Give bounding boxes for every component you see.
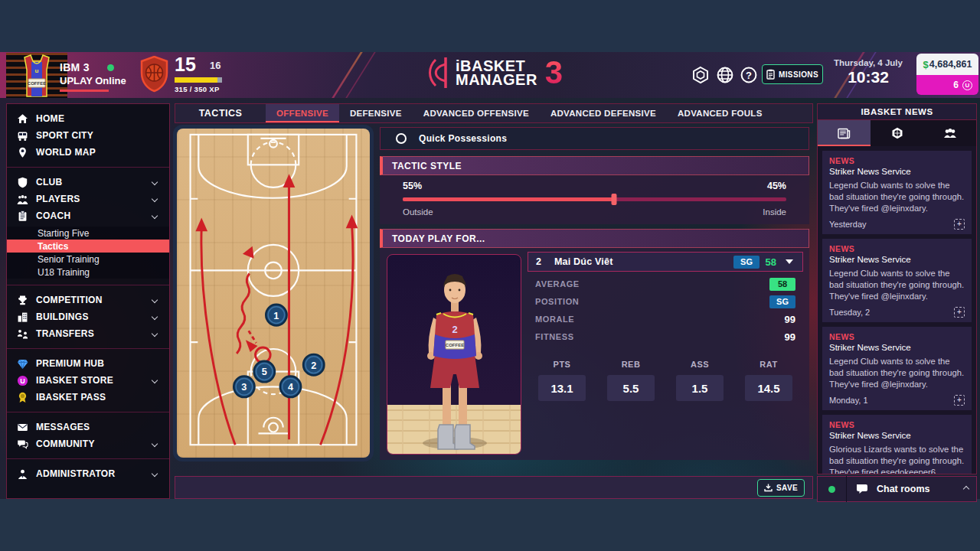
sidebar-item-sport-city[interactable]: SPORT CITY — [7, 127, 169, 144]
chevron-down-icon — [152, 471, 158, 477]
date-label: Thursday, 4 July — [825, 58, 911, 67]
tactic-style-slider[interactable] — [403, 197, 786, 201]
sidebar-nav: HOME SPORT CITY WORLD MAP CLUB PLAYERS — [6, 103, 170, 499]
home-icon — [17, 113, 28, 125]
news-source: Striker News Service — [829, 167, 965, 176]
player-chip-3[interactable]: 3 — [234, 376, 254, 397]
slider-handle[interactable] — [611, 194, 616, 205]
player-chip-1[interactable]: 1 — [266, 305, 286, 326]
tab-offensive[interactable]: OFFENSIVE — [266, 104, 339, 122]
news-tab-community[interactable] — [923, 120, 976, 146]
news-tab-club[interactable] — [871, 120, 923, 146]
news-item[interactable]: NEWS Striker News Service Legend Club wa… — [822, 151, 972, 234]
radio-unchecked-icon[interactable] — [396, 133, 407, 144]
tab-advanced-fouls[interactable]: ADVANCED FOULS — [667, 104, 773, 122]
tab-advanced-offensive[interactable]: ADVANCED OFFENSIVE — [413, 104, 540, 122]
sidebar-item-ibasket-store[interactable]: U IBASKET STORE — [7, 372, 169, 389]
sidebar-item-label: PLAYERS — [36, 194, 80, 204]
chevron-down-icon — [786, 259, 793, 264]
bus-icon — [17, 130, 28, 142]
jersey-icon: u COFFEE — [15, 54, 58, 98]
expand-news-icon[interactable] — [954, 307, 965, 318]
help-icon[interactable]: ? — [740, 66, 758, 84]
player-select-dropdown[interactable]: 2 Mai Dúc Viêt SG 58 — [528, 252, 803, 272]
globe-icon[interactable] — [716, 66, 734, 84]
sidebar-item-u18-training[interactable]: U18 Training — [7, 266, 169, 279]
club-jersey-avatar[interactable]: u COFFEE — [6, 53, 67, 98]
news-tab-news[interactable] — [818, 120, 871, 146]
outside-percent: 55% — [403, 181, 422, 191]
missions-clipboard-icon — [766, 69, 775, 80]
news-source: Striker News Service — [829, 343, 965, 352]
expand-news-icon[interactable] — [954, 395, 965, 406]
average-badge: 58 — [769, 278, 795, 291]
chevron-down-icon — [152, 314, 158, 320]
sidebar-item-starting-five[interactable]: Starting Five — [7, 227, 169, 240]
tab-advanced-defensive[interactable]: ADVANCED DEFENSIVE — [540, 104, 667, 122]
shield-icon — [17, 177, 28, 188]
missions-button[interactable]: MISSIONS — [762, 64, 823, 84]
slider-fill — [403, 197, 614, 201]
chevron-down-icon — [152, 179, 158, 185]
today-play-header: TODAY PLAY FOR... — [380, 229, 809, 248]
level-shield-icon — [140, 56, 168, 93]
svg-text:u: u — [35, 67, 39, 74]
player-avatar: 2 COFFEE — [387, 255, 521, 455]
basketball-court[interactable]: 1 2 5 3 — [177, 129, 370, 458]
news-date: Yesterday — [829, 220, 867, 229]
sidebar-item-label: WORLD MAP — [36, 147, 96, 158]
currency-widget[interactable]: $ 4,684,861 6 U — [916, 54, 978, 95]
sidebar-item-community[interactable]: COMMUNITY — [7, 435, 169, 452]
news-item[interactable]: NEWS Striker News Service Glorious Lizar… — [822, 415, 972, 474]
player-chip-2[interactable]: 2 — [303, 354, 324, 376]
svg-text:2: 2 — [311, 360, 316, 371]
save-button[interactable]: SAVE — [757, 479, 805, 497]
sidebar-item-administrator[interactable]: ADMINISTRATOR — [7, 465, 169, 482]
expand-news-icon[interactable] — [954, 219, 965, 230]
news-item[interactable]: NEWS Striker News Service Legend Club wa… — [822, 327, 972, 410]
chevron-up-icon — [963, 486, 969, 492]
sidebar-item-buildings[interactable]: BUILDINGS — [7, 308, 169, 325]
sidebar-item-label: COMPETITION — [36, 295, 103, 305]
player-stats: PTS 13.1 REB 5.5 ASS 1.5 RAT 14.5 — [528, 360, 803, 401]
players-icon — [17, 194, 28, 205]
today-play-body: 2 COFFEE 2 Mai Dúc Viêt SG 58 AVERAGE 58 — [380, 248, 809, 460]
chevron-down-icon — [152, 297, 158, 303]
sidebar-item-home[interactable]: HOME — [7, 110, 169, 127]
club-tag: IBM 3 — [60, 61, 126, 73]
tab-defensive[interactable]: DEFENSIVE — [339, 104, 413, 122]
player-chip-4[interactable]: 4 — [280, 376, 301, 397]
player-rating: 58 — [766, 256, 776, 268]
court-markings: 1 2 5 3 — [177, 129, 370, 458]
news-tabs — [818, 120, 976, 146]
hexagon-logo-icon[interactable] — [691, 66, 710, 84]
sidebar-item-players[interactable]: PLAYERS — [7, 191, 169, 207]
sidebar-item-ibasket-pass[interactable]: IBASKET PASS — [7, 389, 169, 406]
morale-value: 99 — [785, 314, 795, 325]
inside-percent: 45% — [767, 181, 786, 191]
chevron-down-icon — [152, 377, 158, 383]
chat-rooms-bar[interactable]: Chat rooms — [817, 476, 977, 502]
transfer-icon — [17, 328, 28, 340]
sidebar-item-world-map[interactable]: WORLD MAP — [7, 144, 169, 161]
dollar-icon: $ — [923, 59, 929, 70]
tactics-footer-bar: SAVE — [175, 476, 813, 499]
level-current: 15 — [175, 54, 196, 76]
sidebar-item-senior-training[interactable]: Senior Training — [7, 253, 169, 266]
sidebar-item-messages[interactable]: MESSAGES — [7, 419, 169, 435]
chevron-down-icon — [152, 441, 158, 447]
sidebar-item-club[interactable]: CLUB — [7, 174, 169, 191]
sidebar-item-premium-hub[interactable]: PREMIUM HUB — [7, 355, 169, 372]
news-item[interactable]: NEWS Striker News Service Legend Club wa… — [822, 239, 972, 322]
sidebar-item-transfers[interactable]: TRANSFERS — [7, 325, 169, 342]
quick-possessions-option[interactable]: Quick Possessions — [380, 127, 809, 150]
cash-balance: $ 4,684,861 — [916, 54, 978, 75]
news-tag: NEWS — [829, 420, 965, 429]
club-identity[interactable]: IBM 3 UPLAY Online — [60, 61, 126, 92]
sidebar-item-tactics[interactable]: Tactics — [7, 240, 169, 253]
sidebar-item-coach[interactable]: COACH — [7, 207, 169, 224]
sidebar-item-competition[interactable]: COMPETITION — [7, 292, 169, 308]
player-chip-5[interactable]: 5 — [254, 361, 275, 383]
player-number: 2 — [536, 256, 547, 267]
chevron-down-icon — [152, 213, 158, 219]
